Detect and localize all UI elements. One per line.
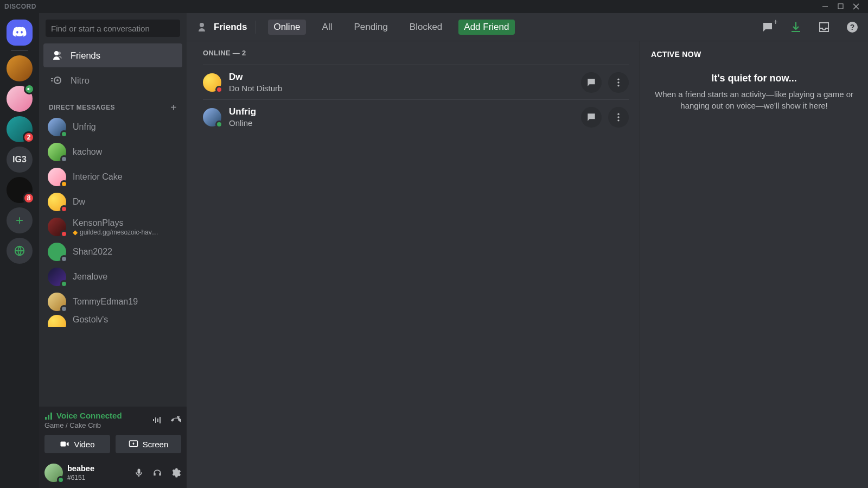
svg-point-4: [56, 79, 59, 81]
self-avatar[interactable]: [44, 464, 63, 482]
dm-name: Gostolv's: [73, 315, 108, 325]
svg-rect-11: [159, 417, 161, 423]
voice-panel: Voice Connected Game / Cake Crib Video S…: [39, 407, 187, 458]
noise-suppression-button[interactable]: [152, 415, 163, 426]
tab-blocked[interactable]: Blocked: [404, 20, 448, 35]
dm-subtext: ◆ guilded.gg/mesozoic-hav…: [73, 229, 158, 236]
tab-all[interactable]: All: [317, 20, 338, 35]
unread-badge: 2: [23, 131, 35, 143]
voice-status[interactable]: Voice Connected: [44, 411, 122, 420]
nav-nitro[interactable]: Nitro: [43, 68, 182, 92]
voice-channel-label[interactable]: Game / Cake Crib: [44, 421, 122, 429]
svg-rect-1: [838, 4, 843, 9]
active-now-title: ACTIVE NOW: [651, 50, 857, 59]
dm-name: Interior Cake: [73, 172, 123, 182]
download-button[interactable]: [789, 20, 803, 34]
server-4[interactable]: IG3: [7, 147, 33, 173]
screen-share-button[interactable]: Screen: [116, 435, 181, 453]
tab-pending[interactable]: Pending: [348, 20, 393, 35]
svg-rect-9: [155, 417, 156, 423]
screen-icon: [129, 439, 138, 449]
conversation-search-input[interactable]: [46, 20, 180, 37]
mute-mic-button[interactable]: [133, 467, 144, 478]
svg-point-19: [617, 85, 619, 86]
status-indicator: [60, 230, 68, 238]
inbox-button[interactable]: [817, 20, 831, 34]
dm-item[interactable]: Gostolv's: [43, 315, 182, 327]
video-icon: [60, 439, 69, 449]
svg-text:?: ?: [850, 23, 855, 31]
svg-point-22: [617, 119, 619, 121]
status-indicator: [215, 121, 223, 128]
self-info[interactable]: beabee #6151: [67, 464, 94, 481]
active-now-body: When a friend starts an activity—like pl…: [654, 88, 854, 111]
status-indicator: [60, 205, 68, 213]
tab-add-friend[interactable]: Add Friend: [458, 20, 514, 35]
self-tag: #6151: [67, 474, 94, 481]
nav-friends-label: Friends: [71, 50, 100, 61]
dm-avatar: [48, 218, 66, 236]
unread-badge: 8: [23, 192, 35, 204]
window-maximize-button[interactable]: [833, 0, 848, 13]
self-status-indicator: [57, 476, 65, 484]
friend-row[interactable]: UnfrigOnline: [203, 99, 629, 134]
dm-item[interactable]: Interior Cake: [43, 165, 182, 189]
dm-name: Shan2022: [73, 247, 112, 257]
window-close-button[interactable]: [848, 0, 864, 13]
app-brand: DISCORD: [4, 3, 36, 10]
server-1[interactable]: [7, 55, 33, 81]
top-bar: Friends Online All Pending Blocked Add F…: [187, 13, 868, 41]
svg-rect-12: [61, 442, 66, 447]
dm-item[interactable]: Dw: [43, 190, 182, 214]
dm-name: kachow: [73, 147, 102, 157]
status-indicator: [60, 255, 68, 263]
dm-name: Unfrig: [73, 122, 96, 132]
dm-item[interactable]: Unfrig: [43, 115, 182, 139]
main-area: Friends Online All Pending Blocked Add F…: [187, 13, 868, 488]
disconnect-button[interactable]: [170, 415, 181, 426]
dm-avatar: [48, 268, 66, 286]
message-button[interactable]: [581, 107, 602, 128]
dm-item[interactable]: kachow: [43, 140, 182, 164]
video-button[interactable]: Video: [44, 435, 110, 453]
dm-avatar: [48, 168, 66, 186]
more-button[interactable]: [608, 72, 629, 93]
new-dm-button[interactable]: +: [170, 102, 177, 113]
help-button[interactable]: ?: [845, 20, 859, 34]
svg-rect-14: [138, 469, 141, 474]
dm-name: TommyEdman19: [73, 297, 138, 307]
self-username: beabee: [67, 464, 94, 473]
svg-rect-0: [822, 6, 828, 7]
dm-item[interactable]: Jenalove: [43, 265, 182, 289]
server-3[interactable]: 2: [7, 116, 33, 142]
deafen-button[interactable]: [152, 467, 163, 478]
dm-item[interactable]: TommyEdman19: [43, 290, 182, 314]
message-button[interactable]: [581, 72, 602, 93]
friend-avatar: [203, 108, 221, 126]
dm-avatar: [48, 243, 66, 261]
explore-servers-button[interactable]: [7, 238, 33, 264]
title-bar: DISCORD: [0, 0, 868, 13]
server-5[interactable]: 8: [7, 177, 33, 203]
nav-friends[interactable]: Friends: [43, 43, 182, 67]
dm-list: UnfrigkachowInterior CakeDwKensonPlays◆ …: [39, 115, 187, 407]
friend-name: Unfrig: [229, 106, 256, 117]
home-button[interactable]: [7, 20, 33, 46]
svg-rect-5: [45, 417, 47, 420]
svg-point-21: [617, 116, 619, 118]
tab-online[interactable]: Online: [268, 20, 305, 35]
dm-item[interactable]: KensonPlays◆ guilded.gg/mesozoic-hav…: [43, 215, 182, 239]
more-button[interactable]: [608, 107, 629, 128]
dm-name: Jenalove: [73, 272, 107, 282]
new-group-dm-button[interactable]: +: [761, 20, 775, 34]
dm-header-label: DIRECT MESSAGES: [49, 104, 115, 111]
svg-rect-8: [153, 419, 154, 421]
user-settings-button[interactable]: [170, 467, 181, 478]
server-2[interactable]: [7, 86, 33, 112]
friend-row[interactable]: DwDo Not Disturb: [203, 65, 629, 99]
window-minimize-button[interactable]: [818, 0, 833, 13]
add-server-button[interactable]: +: [7, 207, 33, 233]
dm-item[interactable]: Shan2022: [43, 240, 182, 264]
online-count-header: ONLINE — 2: [203, 49, 629, 57]
svg-point-18: [617, 81, 619, 83]
